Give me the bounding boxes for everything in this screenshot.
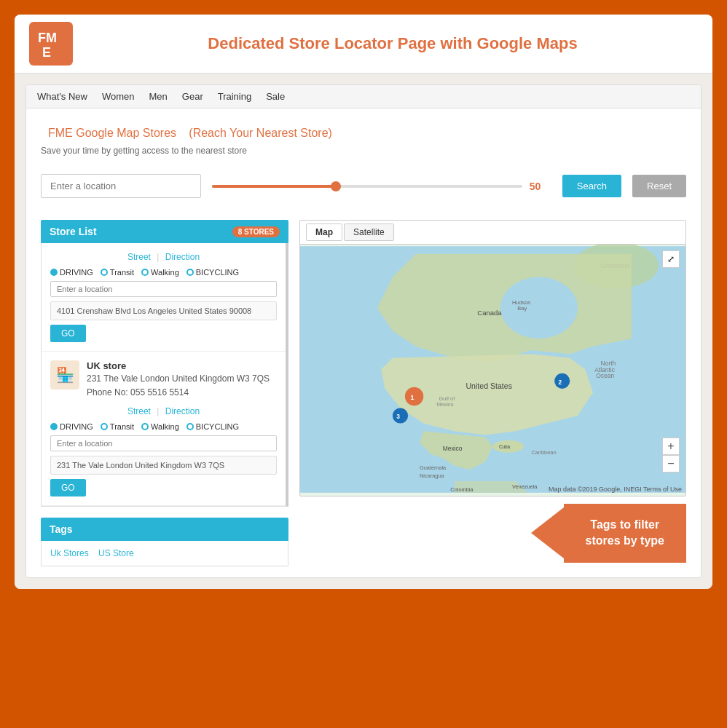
separator-2: | bbox=[157, 406, 159, 416]
store-list-body[interactable]: Street | Direction DRIVING bbox=[41, 243, 288, 507]
right-panel: Map Satellite Greenland bbox=[299, 220, 686, 566]
nav-whats-new[interactable]: What's New bbox=[37, 91, 87, 102]
tab-satellite[interactable]: Satellite bbox=[344, 223, 394, 241]
radio-driving-1[interactable]: DRIVING bbox=[50, 268, 93, 277]
radio-dot-transit-1 bbox=[101, 269, 108, 276]
reset-button[interactable]: Reset bbox=[632, 175, 686, 197]
direction-link-2[interactable]: Direction bbox=[165, 406, 200, 416]
svg-text:Nicaragua: Nicaragua bbox=[420, 472, 445, 479]
svg-text:1: 1 bbox=[410, 393, 414, 401]
go-button-1[interactable]: GO bbox=[50, 325, 86, 342]
store-address-text-2: 231 The Vale London United Kingdom W3 7Q… bbox=[87, 373, 270, 385]
radio-walking-2[interactable]: Walking bbox=[141, 422, 179, 431]
slider-thumb[interactable] bbox=[331, 181, 341, 191]
slider-track[interactable] bbox=[212, 185, 522, 188]
nav-men[interactable]: Men bbox=[149, 91, 168, 102]
annotation-text: Tags to filter stores by type bbox=[564, 504, 686, 563]
map-expand-button[interactable]: ⤢ bbox=[662, 250, 680, 268]
store-address-1: 4101 Crenshaw Blvd Los Angeles United St… bbox=[50, 301, 277, 320]
store-phone-2: Phone No: 055 5516 5514 bbox=[87, 387, 270, 399]
radio-dot-bicycling-2 bbox=[186, 423, 194, 430]
annotation-container: Tags to filter stores by type bbox=[299, 504, 686, 563]
slider-value: 50 bbox=[530, 181, 551, 192]
svg-text:Cuba: Cuba bbox=[499, 444, 511, 449]
search-button[interactable]: Search bbox=[562, 175, 621, 197]
map-visual: Greenland Hudson bbox=[300, 245, 685, 494]
annotation-line2: stores by type bbox=[586, 534, 664, 547]
tags-section: Tags Uk Stores US Store bbox=[41, 518, 288, 566]
radio-driving-2[interactable]: DRIVING bbox=[50, 422, 93, 431]
search-bar: 50 Search Reset bbox=[41, 167, 686, 205]
annotation-line1: Tags to filter bbox=[590, 518, 659, 531]
svg-text:Mexico: Mexico bbox=[436, 401, 453, 408]
svg-point-6 bbox=[500, 277, 578, 339]
tag-us-store[interactable]: US Store bbox=[98, 548, 134, 558]
store-item-header-2: 🏪 UK store 231 The Vale London United Ki… bbox=[50, 360, 277, 400]
content-wrapper: What's New Women Men Gear Training Sale … bbox=[15, 74, 712, 589]
street-link-2[interactable]: Street bbox=[127, 406, 151, 416]
table-row: Street | Direction DRIVING bbox=[42, 243, 286, 352]
nav-sale[interactable]: Sale bbox=[266, 91, 285, 102]
radio-label-walking-2: Walking bbox=[151, 422, 179, 431]
nav-gear[interactable]: Gear bbox=[182, 91, 203, 102]
slider-fill bbox=[212, 185, 336, 188]
store-location-input-2[interactable] bbox=[50, 435, 277, 451]
radio-dot-walking-1 bbox=[141, 269, 149, 276]
direction-link-1[interactable]: Direction bbox=[165, 252, 200, 262]
location-search-input[interactable] bbox=[41, 174, 201, 198]
radio-walking-1[interactable]: Walking bbox=[141, 268, 179, 277]
radio-label-transit-2: Transit bbox=[110, 422, 134, 431]
inner-page: What's New Women Men Gear Training Sale … bbox=[25, 84, 702, 578]
svg-text:FM: FM bbox=[38, 31, 57, 45]
svg-text:E: E bbox=[42, 45, 51, 60]
svg-text:Guatemala: Guatemala bbox=[420, 464, 447, 471]
map-credit: Map data ©2019 Google, INEGI Terms of Us… bbox=[549, 486, 682, 493]
tab-map[interactable]: Map bbox=[306, 223, 342, 241]
transport-options-2: DRIVING Transit Walking bbox=[50, 422, 277, 431]
zoom-out-button[interactable]: − bbox=[662, 455, 680, 472]
store-address-box-2: 231 The Vale London United Kingdom W3 7Q… bbox=[50, 456, 277, 475]
nav-training[interactable]: Training bbox=[218, 91, 251, 102]
svg-text:2: 2 bbox=[558, 379, 562, 386]
tags-body: Uk Stores US Store bbox=[41, 541, 288, 566]
arrow-annotation: Tags to filter stores by type bbox=[531, 504, 686, 563]
radio-label-driving-2: DRIVING bbox=[60, 422, 93, 431]
store-icon-2: 🏪 bbox=[50, 360, 79, 389]
radio-transit-1[interactable]: Transit bbox=[101, 268, 134, 277]
page-title: FME Google Map Stores (Reach Your Neares… bbox=[41, 119, 686, 142]
main-layout: Store List 8 STORES Street | Direction bbox=[41, 220, 686, 566]
radio-transit-2[interactable]: Transit bbox=[101, 422, 134, 431]
radio-dot-bicycling-1 bbox=[186, 269, 194, 276]
nav-bar: What's New Women Men Gear Training Sale bbox=[26, 85, 701, 108]
svg-text:Ocean: Ocean bbox=[596, 372, 614, 379]
nav-women[interactable]: Women bbox=[102, 91, 135, 102]
store-list-header: Store List 8 STORES bbox=[41, 220, 288, 243]
map-zoom-controls: + − bbox=[662, 438, 680, 472]
radio-label-bicycling-2: BICYCLING bbox=[196, 422, 239, 431]
separator-1: | bbox=[157, 252, 159, 262]
header-title: Dedicated Store Locator Page with Google… bbox=[87, 34, 698, 53]
svg-text:United States: United States bbox=[465, 381, 512, 390]
page-content: FME Google Map Stores (Reach Your Neares… bbox=[26, 108, 701, 577]
street-link-1[interactable]: Street bbox=[127, 252, 151, 262]
tag-uk-stores[interactable]: Uk Stores bbox=[50, 548, 89, 558]
store-nav-links-2: Street | Direction bbox=[50, 406, 277, 416]
zoom-in-button[interactable]: + bbox=[662, 438, 680, 455]
store-list-section: Store List 8 STORES Street | Direction bbox=[41, 220, 288, 507]
radio-dot-transit-2 bbox=[101, 423, 108, 430]
store-list-title: Store List bbox=[50, 226, 97, 237]
svg-text:3: 3 bbox=[396, 413, 400, 420]
map-svg: Greenland Hudson bbox=[300, 245, 685, 494]
map-container: Map Satellite Greenland bbox=[299, 220, 686, 496]
store-location-input-1[interactable] bbox=[50, 281, 277, 297]
go-button-2[interactable]: GO bbox=[50, 479, 86, 496]
radio-bicycling-1[interactable]: BICYCLING bbox=[186, 268, 239, 277]
radius-slider-container: 50 bbox=[212, 181, 551, 192]
svg-text:Venezuela: Venezuela bbox=[512, 483, 538, 490]
arrow-left-point bbox=[531, 507, 564, 558]
store-name-2: UK store bbox=[87, 360, 270, 371]
radio-bicycling-2[interactable]: BICYCLING bbox=[186, 422, 239, 431]
fme-logo: FM E bbox=[29, 22, 73, 66]
radio-label-bicycling-1: BICYCLING bbox=[196, 268, 239, 277]
tags-header: Tags bbox=[41, 518, 288, 541]
